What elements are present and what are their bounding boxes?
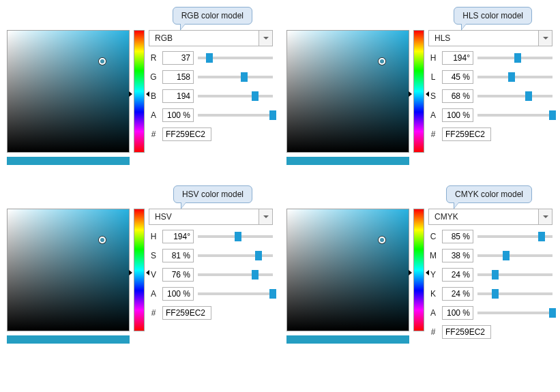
slider-thumb[interactable]	[269, 289, 276, 299]
channel-slider[interactable]	[477, 109, 552, 121]
hex-input[interactable]	[442, 127, 491, 141]
channel-slider[interactable]	[477, 230, 552, 243]
channel-label: H	[149, 232, 158, 241]
hue-slider[interactable]	[413, 30, 424, 153]
channel-label: Y	[428, 270, 438, 280]
slider-thumb[interactable]	[549, 110, 556, 120]
slider-thumb[interactable]	[269, 110, 276, 120]
hue-slider[interactable]	[134, 30, 145, 153]
channel-label: K	[428, 289, 438, 299]
slider-track	[477, 76, 552, 78]
channel-slider[interactable]	[477, 269, 552, 281]
slider-thumb[interactable]	[235, 232, 241, 241]
saturation-value-area[interactable]	[286, 30, 409, 153]
channel-input[interactable]	[442, 89, 473, 103]
mode-select[interactable]: CMYK	[428, 209, 552, 225]
picker-body: RGBRGBA#	[7, 30, 273, 165]
channel-slider[interactable]	[477, 71, 552, 83]
channel-input[interactable]	[442, 287, 473, 301]
slider-thumb[interactable]	[255, 251, 262, 260]
controls-column: HSVHSVA#	[149, 209, 273, 344]
channel-label: B	[149, 91, 158, 101]
slider-thumb[interactable]	[252, 91, 259, 101]
hex-input[interactable]	[162, 306, 211, 320]
channel-input[interactable]	[442, 108, 473, 122]
channel-slider[interactable]	[198, 109, 273, 121]
square-column	[286, 209, 409, 344]
channel-input[interactable]	[442, 230, 473, 243]
channel-row: K	[428, 286, 552, 301]
channel-slider[interactable]	[198, 269, 273, 281]
slider-track	[477, 312, 552, 314]
channel-label: R	[149, 53, 158, 63]
channel-input[interactable]	[442, 70, 473, 84]
channel-input[interactable]	[442, 268, 473, 282]
hex-input[interactable]	[442, 325, 491, 339]
saturation-value-area[interactable]	[7, 209, 130, 331]
channel-input[interactable]	[162, 230, 194, 243]
picker-body: HSVHSVA#	[7, 209, 273, 344]
sv-cursor[interactable]	[99, 58, 106, 65]
hue-slider[interactable]	[413, 209, 424, 331]
chevron-down-icon[interactable]	[538, 209, 552, 224]
channel-slider[interactable]	[477, 90, 552, 102]
channel-input[interactable]	[442, 306, 473, 320]
sv-cursor[interactable]	[379, 58, 385, 65]
channel-slider[interactable]	[477, 307, 552, 319]
channel-slider[interactable]	[477, 52, 552, 64]
color-picker: RGB color modelRGBRGBA#	[7, 7, 273, 165]
channel-slider[interactable]	[198, 71, 273, 83]
channel-input[interactable]	[162, 287, 194, 301]
model-callout: HSV color model	[173, 185, 252, 203]
channel-row: G	[149, 70, 273, 85]
slider-thumb[interactable]	[514, 53, 521, 63]
channel-slider[interactable]	[477, 250, 552, 262]
saturation-value-area[interactable]	[286, 209, 409, 331]
channel-input[interactable]	[162, 70, 194, 84]
mode-select[interactable]: HSV	[149, 209, 273, 225]
slider-thumb[interactable]	[241, 72, 248, 82]
chevron-down-icon[interactable]	[259, 31, 272, 46]
slider-track	[198, 292, 273, 295]
channel-row: V	[149, 267, 273, 282]
color-preview	[7, 335, 130, 344]
slider-thumb[interactable]	[492, 289, 499, 299]
saturation-value-area[interactable]	[7, 30, 130, 153]
sv-cursor[interactable]	[99, 237, 106, 243]
channel-input[interactable]	[162, 249, 194, 262]
channel-row: C	[428, 229, 552, 244]
slider-thumb[interactable]	[508, 72, 515, 82]
slider-thumb[interactable]	[538, 232, 545, 241]
chevron-down-icon[interactable]	[538, 31, 552, 46]
channel-slider[interactable]	[198, 52, 273, 64]
channel-slider[interactable]	[198, 250, 273, 262]
slider-thumb[interactable]	[492, 270, 499, 280]
mode-select[interactable]: HLS	[428, 30, 552, 46]
hue-slider[interactable]	[134, 209, 145, 331]
slider-thumb[interactable]	[252, 270, 259, 280]
slider-thumb[interactable]	[206, 53, 213, 63]
mode-select[interactable]: RGB	[149, 30, 273, 46]
sv-cursor[interactable]	[379, 237, 385, 243]
channel-slider[interactable]	[198, 90, 273, 102]
picker-body: HLSHLSA#	[286, 30, 552, 165]
slider-thumb[interactable]	[503, 251, 510, 260]
channel-input[interactable]	[442, 249, 473, 262]
channel-label: S	[428, 91, 438, 101]
channel-slider[interactable]	[477, 288, 552, 300]
channel-label: M	[428, 251, 438, 260]
channel-input[interactable]	[162, 51, 194, 65]
channel-slider[interactable]	[198, 288, 273, 300]
chevron-down-icon[interactable]	[259, 209, 272, 224]
channel-row: A	[149, 286, 273, 301]
slider-thumb[interactable]	[525, 91, 532, 101]
slider-thumb[interactable]	[549, 308, 556, 318]
hex-input[interactable]	[162, 127, 211, 141]
hex-label: #	[149, 308, 158, 318]
slider-track	[198, 76, 273, 78]
channel-input[interactable]	[162, 268, 194, 282]
channel-slider[interactable]	[198, 230, 273, 243]
channel-input[interactable]	[162, 108, 194, 122]
channel-input[interactable]	[442, 51, 473, 65]
channel-input[interactable]	[162, 89, 194, 103]
